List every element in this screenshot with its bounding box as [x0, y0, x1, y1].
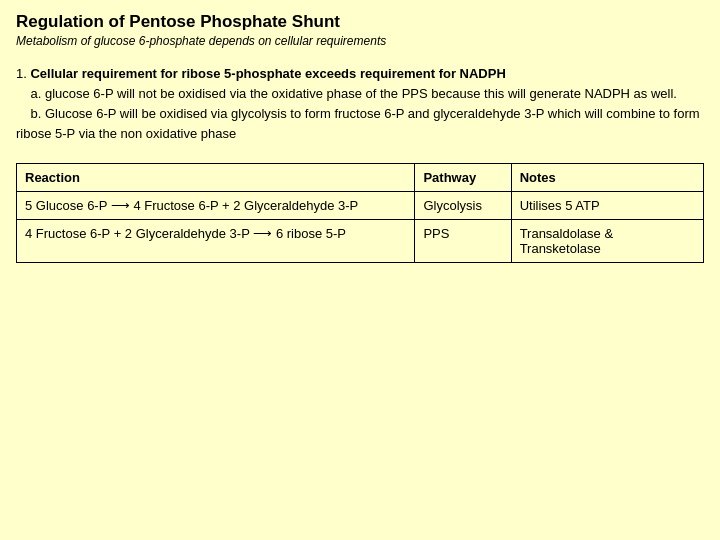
main-title: Regulation of Pentose Phosphate Shunt — [16, 12, 704, 32]
notes-cell-2: Transaldolase & Transketolase — [511, 219, 703, 262]
section-heading: Cellular requirement for ribose 5-phosph… — [30, 66, 505, 81]
subtitle: Metabolism of glucose 6-phosphate depend… — [16, 34, 704, 48]
col-header-notes: Notes — [511, 163, 703, 191]
arrow-icon-1: ⟶ — [111, 198, 130, 213]
arrow-icon-2: ⟶ — [253, 226, 272, 241]
reaction-table: Reaction Pathway Notes 5 Glucose 6-P ⟶ 4… — [16, 163, 704, 263]
reaction-end-2: 6 ribose 5-P — [276, 226, 346, 241]
col-header-reaction: Reaction — [17, 163, 415, 191]
pathway-cell-1: Glycolysis — [415, 191, 511, 219]
table-row: 4 Fructose 6-P + 2 Glyceraldehyde 3-P ⟶ … — [17, 219, 704, 262]
col-header-pathway: Pathway — [415, 163, 511, 191]
pathway-cell-2: PPS — [415, 219, 511, 262]
point-number: 1. — [16, 66, 27, 81]
reaction-start-1: 5 Glucose 6-P — [25, 198, 107, 213]
line-b: b. Glucose 6-P will be oxidised via glyc… — [16, 106, 700, 141]
line-a: a. glucose 6-P will not be oxidised via … — [30, 86, 677, 101]
reaction-cell-1: 5 Glucose 6-P ⟶ 4 Fructose 6-P + 2 Glyce… — [17, 191, 415, 219]
page-container: Regulation of Pentose Phosphate Shunt Me… — [0, 0, 720, 540]
notes-cell-1: Utilises 5 ATP — [511, 191, 703, 219]
reaction-end-1: 4 Fructose 6-P + 2 Glyceraldehyde 3-P — [133, 198, 358, 213]
reaction-cell-2: 4 Fructose 6-P + 2 Glyceraldehyde 3-P ⟶ … — [17, 219, 415, 262]
reaction-start-2: 4 Fructose 6-P + 2 Glyceraldehyde 3-P — [25, 226, 250, 241]
table-row: 5 Glucose 6-P ⟶ 4 Fructose 6-P + 2 Glyce… — [17, 191, 704, 219]
content-section: 1. Cellular requirement for ribose 5-pho… — [16, 64, 704, 145]
